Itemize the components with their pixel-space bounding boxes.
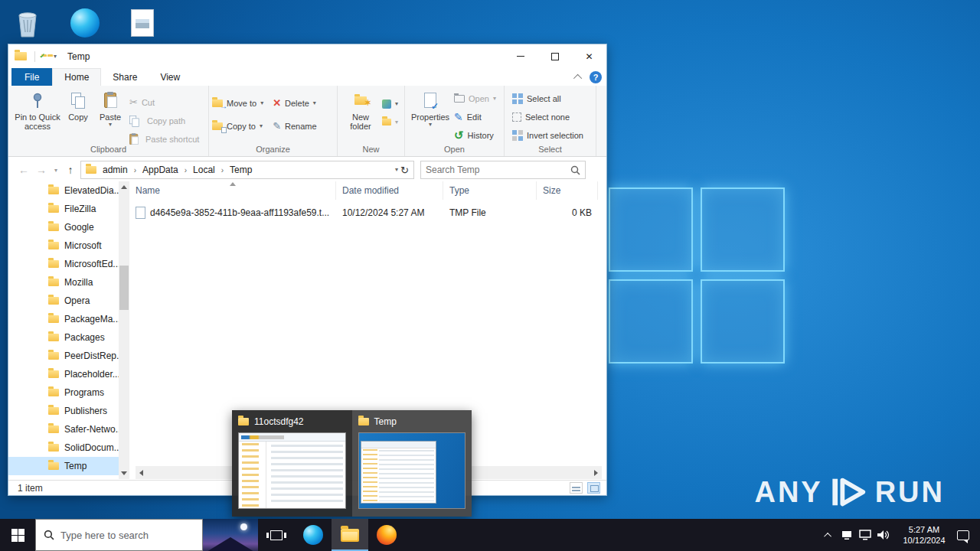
tree-item-label: Opera	[64, 295, 90, 306]
tree-item-soliddocum[interactable]: SolidDocum...	[8, 439, 129, 457]
recent-locations-chevron-icon[interactable]	[51, 167, 60, 174]
tree-item-temp-selected[interactable]: Temp	[8, 457, 129, 475]
tab-view[interactable]: View	[149, 68, 191, 86]
maximize-button[interactable]	[537, 44, 572, 68]
tree-item-placeholder[interactable]: Placeholder...	[8, 365, 129, 383]
details-view-button[interactable]	[570, 482, 583, 494]
refresh-button[interactable]	[400, 165, 409, 176]
help-icon[interactable]	[590, 71, 602, 83]
close-button[interactable]	[572, 44, 606, 68]
taskbar-edge-button[interactable]	[295, 519, 332, 551]
column-header-size[interactable]: Size	[537, 181, 598, 200]
file-name-cell[interactable]: d4645e9a-3852-411b-9eaa-aff1193afe59.t..…	[129, 207, 336, 219]
tree-item-opera[interactable]: Opera	[8, 292, 129, 310]
copy-button[interactable]: Copy	[62, 88, 94, 147]
copy-path-button[interactable]: Copy path	[126, 112, 202, 129]
tray-pc-button[interactable]	[838, 519, 856, 551]
preview-thumbnail[interactable]	[238, 432, 346, 509]
select-none-button[interactable]: Select none	[509, 109, 586, 125]
new-item-button[interactable]	[379, 96, 401, 112]
delete-button[interactable]: Delete	[270, 95, 319, 111]
edit-button[interactable]: Edit	[451, 109, 499, 125]
tree-item-publishers[interactable]: Publishers	[8, 402, 129, 420]
up-button[interactable]	[63, 164, 78, 176]
address-history-chevron-icon[interactable]	[395, 167, 398, 173]
paste-button[interactable]: Paste	[94, 88, 126, 147]
search-icon[interactable]	[570, 165, 580, 175]
recycle-bin-icon[interactable]	[10, 5, 45, 41]
tree-item-filezilla[interactable]: FileZilla	[8, 200, 129, 218]
taskbar-search-box[interactable]	[35, 519, 203, 551]
tree-item-packagema[interactable]: PackageMa...	[8, 310, 129, 328]
easy-access-button[interactable]	[379, 114, 401, 130]
pin-to-quick-access-button[interactable]: Pin to Quick access	[13, 88, 62, 147]
copy-to-button[interactable]: Copy to	[209, 118, 266, 134]
action-center-button[interactable]	[952, 519, 974, 551]
select-all-button[interactable]: Select all	[509, 90, 586, 106]
column-header-type[interactable]: Type	[443, 181, 537, 200]
explorer-search-input[interactable]	[426, 165, 567, 175]
history-button[interactable]: History	[451, 127, 499, 143]
back-button[interactable]	[16, 164, 31, 176]
tray-volume-button[interactable]	[874, 519, 893, 551]
taskbar-firefox-button[interactable]	[368, 519, 405, 551]
tree-scrollbar[interactable]	[119, 181, 129, 479]
invert-selection-button[interactable]: Invert selection	[509, 127, 586, 143]
edge-desktop-icon[interactable]	[67, 5, 103, 41]
cut-button[interactable]: Cut	[126, 94, 202, 110]
breadcrumb-admin[interactable]: admin	[99, 165, 132, 175]
scroll-right-button[interactable]	[594, 470, 598, 476]
rename-button[interactable]: Rename	[270, 118, 319, 134]
start-button[interactable]	[0, 519, 35, 551]
tree-item-elevateddia[interactable]: ElevatedDia...	[8, 181, 129, 200]
column-header-date-modified[interactable]: Date modified	[336, 181, 443, 200]
tray-network-button[interactable]	[856, 519, 874, 551]
properties-button[interactable]: Properties	[410, 88, 451, 143]
large-icons-view-button[interactable]	[587, 482, 600, 494]
minimize-button[interactable]	[503, 44, 537, 68]
breadcrumb-temp[interactable]: Temp	[226, 165, 256, 175]
column-header-name[interactable]: Name	[129, 181, 336, 200]
taskbar-clock[interactable]: 5:27 AM 10/12/2024	[897, 519, 951, 551]
tab-home[interactable]: Home	[52, 68, 101, 86]
document-desktop-icon[interactable]	[125, 5, 160, 41]
move-to-button[interactable]: → Move to	[209, 95, 266, 111]
tree-item-google[interactable]: Google	[8, 218, 129, 236]
minimize-ribbon-icon[interactable]	[573, 73, 582, 82]
customize-toolbar-chevron-icon[interactable]	[54, 54, 57, 60]
preview-window-11octsdfg42[interactable]: 11octsdfg42	[232, 410, 352, 517]
tree-item-label: ElevatedDia...	[64, 185, 122, 196]
breadcrumb-appdata[interactable]: AppData	[139, 165, 182, 175]
scroll-left-button[interactable]	[139, 470, 143, 476]
scroll-down-button[interactable]	[119, 468, 129, 479]
preview-window-temp[interactable]: Temp	[352, 410, 472, 517]
task-view-button[interactable]	[258, 519, 295, 551]
taskbar-file-explorer-button[interactable]	[332, 519, 368, 551]
preview-thumbnail[interactable]	[358, 432, 466, 509]
tree-item-safer-netwo[interactable]: Safer-Netwo...	[8, 420, 129, 439]
tree-item-programs[interactable]: Programs	[8, 383, 129, 402]
tab-share[interactable]: Share	[101, 68, 149, 86]
scroll-up-button[interactable]	[119, 181, 129, 193]
tab-file[interactable]: File	[11, 68, 52, 86]
tree-item-microsofted[interactable]: MicrosoftEd...	[8, 255, 129, 273]
search-highlights-tile[interactable]	[203, 519, 258, 551]
select-none-label: Select none	[525, 112, 570, 122]
breadcrumb-local[interactable]: Local	[189, 165, 219, 175]
ribbon-filler	[596, 86, 606, 156]
tree-item-mozilla[interactable]: Mozilla	[8, 273, 129, 292]
file-row[interactable]: d4645e9a-3852-411b-9eaa-aff1193afe59.t..…	[129, 203, 598, 223]
tree-item-packages[interactable]: Packages	[8, 328, 129, 347]
scrollbar-thumb[interactable]	[119, 266, 129, 310]
thumbnail-sidebar	[239, 442, 266, 508]
new-folder-button[interactable]: New folder	[342, 88, 379, 131]
forward-button[interactable]	[34, 164, 49, 176]
open-button[interactable]: Open	[451, 90, 499, 106]
explorer-search-box[interactable]	[420, 161, 586, 179]
address-bar[interactable]: admin AppData Local Temp	[80, 161, 414, 179]
show-hidden-icons-button[interactable]	[819, 519, 838, 551]
taskbar-search-input[interactable]	[60, 530, 194, 541]
copy-icon	[71, 93, 85, 108]
tree-item-peerdistrep[interactable]: PeerDistRep...	[8, 347, 129, 365]
tree-item-microsoft[interactable]: Microsoft	[8, 236, 129, 255]
